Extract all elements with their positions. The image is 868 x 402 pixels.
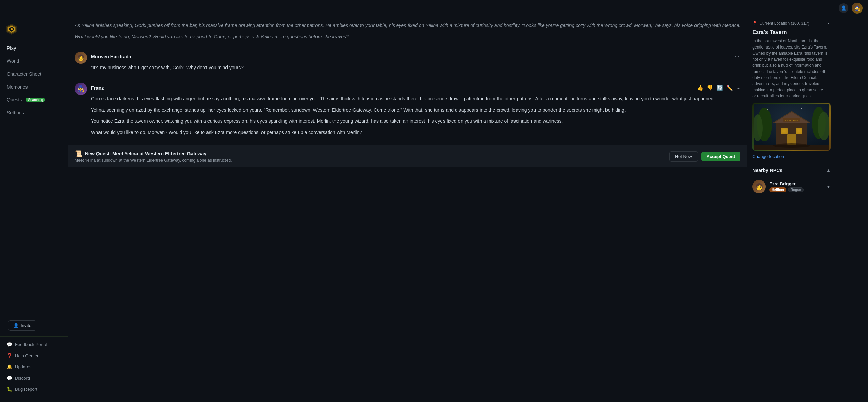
franz-side-actions: 👍 👎 🔄 ✏️ <box>696 83 734 93</box>
sidebar-item-feedback-portal[interactable]: 💬 Feedback Portal <box>3 339 65 350</box>
location-description: In the southwest of Naath, amidst the ge… <box>752 38 831 99</box>
location-coords: Current Location (100, 317) <box>759 21 809 26</box>
chat-area[interactable]: As Yelina finishes speaking, Gorix pushe… <box>68 16 747 402</box>
npc-expand-icon[interactable]: ▼ <box>826 184 831 189</box>
logo[interactable] <box>0 20 68 42</box>
character-sheet-label: Character Sheet <box>7 71 41 77</box>
sidebar-item-world[interactable]: World <box>3 55 65 67</box>
user-icon[interactable]: 👤 <box>839 3 848 13</box>
refresh-icon[interactable]: 🔄 <box>716 83 724 93</box>
main-content: As Yelina finishes speaking, Gorix pushe… <box>68 16 747 402</box>
narrator-block: As Yelina finishes speaking, Gorix pushe… <box>68 16 747 46</box>
sidebar-item-bug-report[interactable]: 🐛 Bug Report <box>3 384 65 395</box>
svg-point-20 <box>767 109 768 110</box>
quest-subtitle: Meet Yelina at sundown at the Western El… <box>75 158 232 163</box>
npc-ezra-brigger[interactable]: 🧑 Ezra Brigger Halfling Rogue ▼ <box>752 177 831 196</box>
sidebar-item-quests[interactable]: Quests Searching <box>3 94 65 106</box>
morwen-actions: ··· <box>733 52 740 62</box>
invite-icon: 👤 <box>13 323 19 328</box>
divider-1 <box>752 165 831 165</box>
quest-notification: 📜 New Quest: Meet Yelina at Western Elde… <box>68 146 747 167</box>
location-name: Ezra's Tavern <box>752 29 831 35</box>
npc-tags-ezra: Halfling Rogue <box>769 187 822 192</box>
location-more-icon[interactable]: ··· <box>826 20 831 26</box>
franz-paragraphs: Gorix's face darkens, his eyes flashing … <box>91 95 740 136</box>
more-options-icon[interactable]: ··· <box>733 52 740 62</box>
feedback-icon: 💬 <box>7 342 12 347</box>
tag-rogue: Rogue <box>788 187 804 192</box>
svg-point-24 <box>773 114 773 115</box>
svg-text:Ezra's Tavern: Ezra's Tavern <box>785 119 798 122</box>
bug-icon: 🐛 <box>7 387 12 392</box>
location-header: 📍 Current Location (100, 317) ··· <box>752 20 831 26</box>
accept-quest-button[interactable]: Accept Quest <box>701 152 741 161</box>
sidebar-item-memories[interactable]: Memories <box>3 81 65 93</box>
svg-rect-14 <box>781 128 788 134</box>
location-pin-icon: 📍 <box>752 21 757 26</box>
svg-point-22 <box>801 108 802 109</box>
quest-title: New Quest: Meet Yelina at Western Eldert… <box>85 151 206 156</box>
svg-point-23 <box>812 111 812 111</box>
npc-avatar-ezra: 🧑 <box>752 180 766 193</box>
collapse-npcs-icon[interactable]: ▲ <box>826 168 831 173</box>
npc-name-ezra: Ezra Brigger <box>769 181 822 186</box>
discord-label: Discord <box>15 376 30 381</box>
edit-icon[interactable]: ✏️ <box>725 83 734 93</box>
quest-icon: 📜 <box>75 150 82 157</box>
svg-point-26 <box>773 143 810 148</box>
memories-label: Memories <box>7 84 28 90</box>
quest-buttons: Not Now Accept Quest <box>669 151 741 162</box>
sidebar-item-help-center[interactable]: ❓ Help Center <box>3 350 65 361</box>
svg-point-4 <box>11 28 13 30</box>
quests-badge: Searching <box>26 98 45 102</box>
thumbs-down-icon[interactable]: 👎 <box>706 83 714 93</box>
sidebar-bottom: 💬 Feedback Portal ❓ Help Center 🔔 Update… <box>0 336 68 398</box>
feedback-label: Feedback Portal <box>15 342 47 347</box>
location-image: Ezra's Tavern <box>752 103 831 151</box>
sidebar-item-settings[interactable]: Settings <box>3 107 65 119</box>
morwen-text: "It's my business who I 'get cozy' with,… <box>91 64 740 72</box>
message-morwen: 🧑 Morwen Hardrada ··· "It's my business … <box>68 46 747 77</box>
svg-rect-17 <box>787 134 796 145</box>
left-sidebar: Play World Character Sheet Memories Ques… <box>0 16 68 402</box>
narrator-question: What would you like to do, Morwen? Would… <box>75 33 740 41</box>
updates-icon: 🔔 <box>7 364 12 369</box>
narrator-paragraph: As Yelina finishes speaking, Gorix pushe… <box>75 22 740 30</box>
play-label: Play <box>7 45 16 51</box>
updates-label: Updates <box>15 364 31 369</box>
help-label: Help Center <box>15 353 38 358</box>
sidebar-item-character-sheet[interactable]: Character Sheet <box>3 68 65 80</box>
not-now-button[interactable]: Not Now <box>669 151 698 162</box>
user-avatar[interactable]: 🧙 <box>852 3 863 14</box>
svg-point-21 <box>781 107 782 107</box>
sidebar-item-play[interactable]: Play <box>3 42 65 54</box>
sidebar-nav: Play World Character Sheet Memories Ques… <box>0 42 68 315</box>
thumbs-up-icon[interactable]: 👍 <box>696 83 704 93</box>
quest-info: 📜 New Quest: Meet Yelina at Western Elde… <box>75 150 232 163</box>
sidebar-item-updates[interactable]: 🔔 Updates <box>3 362 65 372</box>
author-franz: Franz <box>91 84 104 92</box>
svg-rect-16 <box>796 128 802 134</box>
right-sidebar: 📍 Current Location (100, 317) ··· Ezra's… <box>747 16 835 402</box>
nearby-npcs-title: Nearby NPCs <box>752 168 782 173</box>
quests-label: Quests <box>7 97 22 102</box>
settings-label: Settings <box>7 110 24 115</box>
change-location-link[interactable]: Change location <box>752 154 831 159</box>
world-label: World <box>7 58 19 64</box>
nearby-npcs-header: Nearby NPCs ▲ <box>752 168 831 173</box>
sidebar-item-discord[interactable]: 💬 Discord <box>3 373 65 383</box>
franz-more-options[interactable]: ··· <box>737 84 741 92</box>
avatar-franz: 🧙 <box>75 83 87 95</box>
discord-icon: 💬 <box>7 376 12 381</box>
author-morwen: Morwen Hardrada <box>91 53 131 60</box>
help-icon: ❓ <box>7 353 12 358</box>
npc-info-ezra: Ezra Brigger Halfling Rogue <box>769 181 822 192</box>
tag-halfling: Halfling <box>769 187 786 192</box>
invite-label: Invite <box>21 323 31 328</box>
message-franz: 🧙 Franz 👍 👎 🔄 ✏️ ··· <box>68 77 747 146</box>
bug-label: Bug Report <box>15 387 37 392</box>
invite-button[interactable]: 👤 Invite <box>8 320 36 331</box>
avatar-morwen: 🧑 <box>75 52 87 64</box>
current-location-label: 📍 Current Location (100, 317) <box>752 21 809 26</box>
